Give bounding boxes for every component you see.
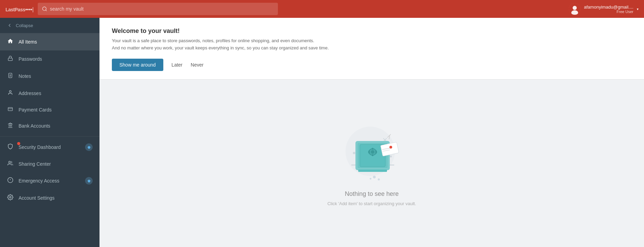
svg-point-20	[9, 161, 10, 163]
svg-point-3	[573, 6, 577, 10]
chevron-down-icon: ▾	[637, 7, 639, 11]
sidebar-item-account-settings[interactable]: Account Settings	[0, 189, 99, 207]
never-button[interactable]: Never	[191, 62, 203, 68]
empty-state: Nothing to see here Click 'Add item' to …	[99, 80, 644, 247]
svg-point-30	[390, 155, 392, 157]
svg-point-39	[371, 150, 374, 154]
search-icon	[42, 6, 47, 12]
svg-point-0	[43, 7, 46, 11]
empty-state-title: Nothing to see here	[345, 190, 399, 198]
layout: Collapse All Items Passwords	[0, 18, 644, 247]
svg-point-25	[10, 197, 11, 198]
welcome-desc: Your vault is a safe place to store pass…	[112, 37, 352, 52]
sidebar-item-all-items[interactable]: All Items	[0, 33, 99, 50]
svg-point-29	[353, 152, 355, 154]
empty-state-subtitle: Click 'Add item' to start organizing you…	[327, 201, 416, 206]
svg-rect-41	[372, 154, 373, 156]
vault-illustration	[338, 120, 406, 182]
welcome-actions: Show me around Later Never	[112, 59, 632, 71]
gem-badge-2	[85, 177, 93, 185]
main-content: Welcome to your vault! Your vault is a s…	[99, 18, 644, 247]
bank-icon	[7, 122, 14, 129]
sidebar-item-addresses[interactable]: Addresses	[0, 85, 99, 102]
svg-line-1	[46, 10, 47, 11]
home-icon	[7, 38, 14, 46]
collapse-button[interactable]: Collapse	[0, 18, 99, 33]
sidebar-item-emergency-access[interactable]: Emergency Access	[0, 172, 99, 189]
svg-point-47	[389, 146, 392, 149]
sidebar-item-bank-accounts[interactable]: Bank Accounts	[0, 118, 99, 134]
topbar: LastPass••••| afamonyimadu@gmail.... Fre…	[0, 0, 644, 18]
svg-rect-40	[372, 148, 373, 150]
notes-icon	[7, 72, 14, 80]
search-bar[interactable]	[38, 3, 278, 15]
user-text: afamonyimadu@gmail.... Free User	[584, 4, 633, 14]
svg-point-49	[373, 176, 376, 178]
welcome-title: Welcome to your vault!	[112, 27, 632, 35]
svg-rect-11	[8, 107, 13, 110]
welcome-banner: Welcome to your vault! Your vault is a s…	[99, 18, 644, 80]
search-input[interactable]	[50, 6, 274, 12]
gem-badge	[85, 143, 93, 151]
notification-badge	[17, 142, 20, 145]
user-menu[interactable]: afamonyimadu@gmail.... Free User ▾	[569, 3, 639, 15]
emergency-icon	[7, 177, 14, 185]
card-icon	[7, 107, 14, 113]
later-button[interactable]: Later	[172, 62, 183, 68]
sidebar-divider	[0, 136, 99, 137]
svg-rect-5	[8, 58, 12, 60]
collapse-arrow-icon	[7, 23, 12, 28]
share-icon	[7, 161, 14, 167]
svg-point-51	[370, 178, 371, 179]
svg-rect-43	[375, 151, 377, 153]
logo: LastPass••••|	[5, 4, 34, 13]
lock-icon	[7, 55, 14, 63]
sidebar-item-sharing-center[interactable]: Sharing Center	[0, 156, 99, 172]
sidebar-item-passwords[interactable]: Passwords	[0, 50, 99, 68]
svg-marker-19	[87, 146, 91, 149]
sidebar-item-notes[interactable]: Notes	[0, 68, 99, 85]
sidebar-item-payment-cards[interactable]: Payment Cards	[0, 102, 99, 118]
svg-point-50	[378, 178, 380, 180]
show-me-around-button[interactable]: Show me around	[112, 59, 163, 71]
sidebar: Collapse All Items Passwords	[0, 18, 99, 247]
svg-point-10	[9, 91, 11, 92]
person-icon	[7, 90, 14, 97]
svg-marker-24	[87, 179, 91, 182]
shield-icon	[7, 143, 14, 151]
svg-rect-42	[368, 151, 370, 153]
avatar	[569, 3, 581, 15]
sidebar-item-security-dashboard[interactable]: Security Dashboard	[0, 139, 99, 156]
settings-icon	[7, 194, 14, 202]
svg-marker-18	[9, 123, 12, 124]
svg-rect-48	[358, 169, 387, 172]
